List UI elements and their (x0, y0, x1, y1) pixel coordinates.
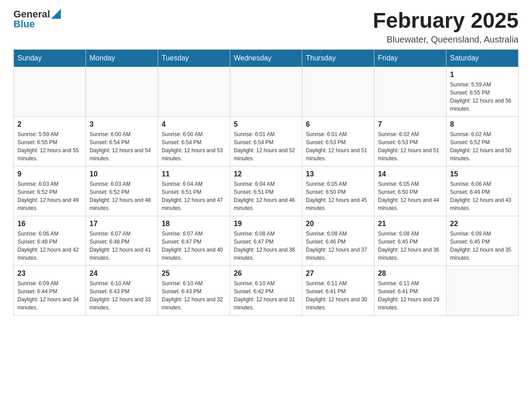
day-number: 1 (450, 71, 515, 79)
day-info: Sunrise: 6:03 AM Sunset: 6:52 PM Dayligh… (90, 180, 154, 212)
calendar-cell (14, 67, 86, 116)
calendar-cell (230, 67, 302, 116)
calendar-day-header: Wednesday (230, 49, 302, 67)
day-number: 25 (162, 270, 226, 278)
calendar-header-row: SundayMondayTuesdayWednesdayThursdayFrid… (14, 49, 519, 67)
calendar-cell (302, 67, 374, 116)
location: Bluewater, Queensland, Australia (373, 34, 519, 45)
day-number: 5 (234, 120, 298, 128)
day-info: Sunrise: 6:09 AM Sunset: 6:44 PM Dayligh… (17, 279, 82, 312)
logo-triangle-icon (51, 9, 61, 19)
calendar-day-header: Monday (86, 49, 158, 67)
day-number: 11 (162, 170, 226, 178)
calendar-cell (374, 67, 446, 116)
day-number: 2 (17, 120, 82, 128)
day-info: Sunrise: 6:04 AM Sunset: 6:51 PM Dayligh… (162, 180, 226, 212)
day-info: Sunrise: 5:59 AM Sunset: 6:55 PM Dayligh… (17, 130, 82, 163)
day-number: 27 (306, 270, 370, 278)
day-info: Sunrise: 5:59 AM Sunset: 6:55 PM Dayligh… (450, 81, 515, 113)
day-info: Sunrise: 6:11 AM Sunset: 6:41 PM Dayligh… (306, 279, 370, 312)
calendar-cell (158, 67, 230, 116)
day-number: 4 (162, 120, 226, 128)
day-number: 22 (450, 220, 515, 228)
calendar-cell: 3Sunrise: 6:00 AM Sunset: 6:54 PM Daylig… (86, 116, 158, 166)
calendar-day-header: Thursday (302, 49, 374, 67)
calendar-cell: 20Sunrise: 6:08 AM Sunset: 6:46 PM Dayli… (302, 216, 374, 265)
calendar-cell: 6Sunrise: 6:01 AM Sunset: 6:53 PM Daylig… (302, 116, 374, 166)
calendar-cell: 22Sunrise: 6:09 AM Sunset: 6:45 PM Dayli… (446, 216, 519, 265)
logo: General Blue (13, 9, 61, 30)
day-info: Sunrise: 6:09 AM Sunset: 6:45 PM Dayligh… (450, 230, 515, 262)
day-number: 24 (90, 270, 154, 278)
day-info: Sunrise: 6:05 AM Sunset: 6:50 PM Dayligh… (378, 180, 442, 212)
logo-blue: Blue (13, 19, 61, 30)
calendar-cell: 21Sunrise: 6:08 AM Sunset: 6:45 PM Dayli… (374, 216, 446, 265)
day-number: 3 (90, 120, 154, 128)
day-info: Sunrise: 6:08 AM Sunset: 6:46 PM Dayligh… (306, 230, 370, 262)
day-info: Sunrise: 6:06 AM Sunset: 6:49 PM Dayligh… (450, 180, 515, 212)
day-info: Sunrise: 6:00 AM Sunset: 6:54 PM Dayligh… (90, 130, 154, 163)
day-number: 8 (450, 120, 515, 128)
day-number: 7 (378, 120, 442, 128)
calendar-cell: 15Sunrise: 6:06 AM Sunset: 6:49 PM Dayli… (446, 166, 519, 216)
calendar-day-header: Friday (374, 49, 446, 67)
day-info: Sunrise: 6:00 AM Sunset: 6:54 PM Dayligh… (162, 130, 226, 163)
calendar-cell: 11Sunrise: 6:04 AM Sunset: 6:51 PM Dayli… (158, 166, 230, 216)
calendar-cell (446, 265, 519, 315)
day-number: 23 (17, 270, 82, 278)
calendar-week-row: 16Sunrise: 6:06 AM Sunset: 6:48 PM Dayli… (14, 216, 519, 265)
day-info: Sunrise: 6:02 AM Sunset: 6:52 PM Dayligh… (450, 130, 515, 163)
day-number: 14 (378, 170, 442, 178)
day-number: 18 (162, 220, 226, 228)
day-number: 10 (90, 170, 154, 178)
day-number: 28 (378, 270, 442, 278)
day-info: Sunrise: 6:10 AM Sunset: 6:43 PM Dayligh… (162, 279, 226, 312)
day-info: Sunrise: 6:08 AM Sunset: 6:47 PM Dayligh… (234, 230, 298, 262)
calendar-cell: 26Sunrise: 6:10 AM Sunset: 6:42 PM Dayli… (230, 265, 302, 315)
calendar-cell: 9Sunrise: 6:03 AM Sunset: 6:52 PM Daylig… (14, 166, 86, 216)
calendar-cell: 14Sunrise: 6:05 AM Sunset: 6:50 PM Dayli… (374, 166, 446, 216)
day-number: 26 (234, 270, 298, 278)
calendar-cell: 24Sunrise: 6:10 AM Sunset: 6:43 PM Dayli… (86, 265, 158, 315)
calendar-week-row: 9Sunrise: 6:03 AM Sunset: 6:52 PM Daylig… (14, 166, 519, 216)
day-info: Sunrise: 6:07 AM Sunset: 6:48 PM Dayligh… (90, 230, 154, 262)
calendar-cell (86, 67, 158, 116)
calendar-cell: 5Sunrise: 6:01 AM Sunset: 6:54 PM Daylig… (230, 116, 302, 166)
day-number: 6 (306, 120, 370, 128)
calendar-cell: 19Sunrise: 6:08 AM Sunset: 6:47 PM Dayli… (230, 216, 302, 265)
day-info: Sunrise: 6:04 AM Sunset: 6:51 PM Dayligh… (234, 180, 298, 212)
svg-marker-0 (51, 9, 61, 19)
day-info: Sunrise: 6:08 AM Sunset: 6:45 PM Dayligh… (378, 230, 442, 262)
day-info: Sunrise: 6:03 AM Sunset: 6:52 PM Dayligh… (17, 180, 82, 212)
calendar-week-row: 1Sunrise: 5:59 AM Sunset: 6:55 PM Daylig… (14, 67, 519, 116)
calendar-cell: 12Sunrise: 6:04 AM Sunset: 6:51 PM Dayli… (230, 166, 302, 216)
day-info: Sunrise: 6:11 AM Sunset: 6:41 PM Dayligh… (378, 279, 442, 312)
day-number: 15 (450, 170, 515, 178)
calendar-cell: 16Sunrise: 6:06 AM Sunset: 6:48 PM Dayli… (14, 216, 86, 265)
title-area: February 2025 Bluewater, Queensland, Aus… (373, 9, 519, 45)
calendar-day-header: Sunday (14, 49, 86, 67)
calendar-cell: 2Sunrise: 5:59 AM Sunset: 6:55 PM Daylig… (14, 116, 86, 166)
day-info: Sunrise: 6:01 AM Sunset: 6:54 PM Dayligh… (234, 130, 298, 163)
page-header: General Blue February 2025 Bluewater, Qu… (13, 9, 519, 45)
day-number: 9 (17, 170, 82, 178)
calendar-cell: 18Sunrise: 6:07 AM Sunset: 6:47 PM Dayli… (158, 216, 230, 265)
day-number: 19 (234, 220, 298, 228)
day-number: 12 (234, 170, 298, 178)
day-number: 13 (306, 170, 370, 178)
day-number: 16 (17, 220, 82, 228)
day-info: Sunrise: 6:10 AM Sunset: 6:43 PM Dayligh… (90, 279, 154, 312)
calendar-day-header: Saturday (446, 49, 519, 67)
calendar-cell: 4Sunrise: 6:00 AM Sunset: 6:54 PM Daylig… (158, 116, 230, 166)
day-info: Sunrise: 6:07 AM Sunset: 6:47 PM Dayligh… (162, 230, 226, 262)
calendar-cell: 1Sunrise: 5:59 AM Sunset: 6:55 PM Daylig… (446, 67, 519, 116)
calendar-cell: 10Sunrise: 6:03 AM Sunset: 6:52 PM Dayli… (86, 166, 158, 216)
calendar-week-row: 23Sunrise: 6:09 AM Sunset: 6:44 PM Dayli… (14, 265, 519, 315)
day-info: Sunrise: 6:02 AM Sunset: 6:53 PM Dayligh… (378, 130, 442, 163)
calendar-cell: 28Sunrise: 6:11 AM Sunset: 6:41 PM Dayli… (374, 265, 446, 315)
day-number: 17 (90, 220, 154, 228)
calendar-cell: 23Sunrise: 6:09 AM Sunset: 6:44 PM Dayli… (14, 265, 86, 315)
day-info: Sunrise: 6:06 AM Sunset: 6:48 PM Dayligh… (17, 230, 82, 262)
calendar-cell: 8Sunrise: 6:02 AM Sunset: 6:52 PM Daylig… (446, 116, 519, 166)
calendar-cell: 27Sunrise: 6:11 AM Sunset: 6:41 PM Dayli… (302, 265, 374, 315)
